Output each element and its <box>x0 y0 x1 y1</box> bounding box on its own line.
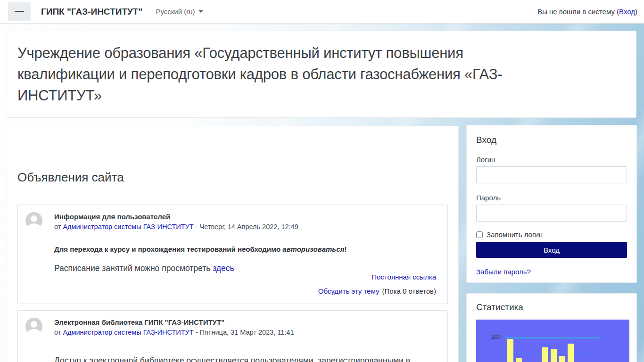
login-status-text: Вы не вошли в систему ( <box>537 8 619 16</box>
post-body: Доступ к электронной библиотеке осуществ… <box>54 354 440 362</box>
password-input[interactable] <box>476 205 627 222</box>
login-status: Вы не вошли в систему (Вход) <box>537 8 637 16</box>
post-meta: от Администратор системы ГАЗ-ИНСТИТУТ - … <box>54 223 298 230</box>
post-date: - Пятница, 31 Март 2023, 11:41 <box>196 329 294 336</box>
post-date: - Четверг, 14 Апрель 2022, 12:49 <box>196 223 298 230</box>
permalink-row: Постоянная ссылка <box>372 273 436 281</box>
permalink-link[interactable]: Постоянная ссылка <box>372 273 436 281</box>
login-heading: Вход <box>476 135 627 145</box>
password-label: Пароль <box>476 194 627 202</box>
chart-bar <box>568 344 574 362</box>
stats-chart: 200 <box>476 320 629 362</box>
remember-login-row: Запомнить логин <box>476 230 627 239</box>
post-title: Информация для пользователей <box>54 212 298 221</box>
post-body: Для перехода к курсу и прохождения тести… <box>54 245 440 273</box>
author-link[interactable]: Администратор системы ГАЗ-ИНСТИТУТ <box>63 223 193 230</box>
post-header: Электронная библиотека ГИПК "ГАЗ-ИНСТИТУ… <box>25 318 440 336</box>
site-header-card: Учреждение образования «Государственный … <box>7 31 636 118</box>
chart-bar <box>542 347 548 362</box>
post-meta: от Администратор системы ГАЗ-ИНСТИТУТ - … <box>54 329 294 336</box>
chart-bar <box>507 339 513 362</box>
chart-bar <box>516 358 522 362</box>
remember-login-checkbox[interactable] <box>476 231 483 238</box>
site-name: ГИПК "ГАЗ-ИНСТИТУТ" <box>41 7 142 17</box>
avatar[interactable] <box>25 212 42 229</box>
chart-tick-label: 200 <box>488 334 501 340</box>
login-block: Вход Логин Пароль Запомнить логин Вход З… <box>466 125 637 283</box>
username-label: Логин <box>476 156 627 164</box>
chart-gridline <box>505 337 600 338</box>
page-title: Учреждение образования «Государственный … <box>17 42 545 106</box>
avatar[interactable] <box>25 318 42 335</box>
language-dropdown[interactable]: Русский (ru) <box>156 8 203 16</box>
post-header-text: Электронная библиотека ГИПК "ГАЗ-ИНСТИТУ… <box>54 318 294 336</box>
post-header-text: Информация для пользователей от Админист… <box>54 212 298 230</box>
author-link[interactable]: Администратор системы ГАЗ-ИНСТИТУТ <box>63 329 193 336</box>
chart-bar <box>551 349 557 362</box>
by-label: от <box>54 329 61 336</box>
top-navbar: ГИПК "ГАЗ-ИНСТИТУТ" Русский (ru) Вы не в… <box>0 0 644 24</box>
post-text-italic: авторизоваться <box>282 245 344 253</box>
announcement-post: Электронная библиотека ГИПК "ГАЗ-ИНСТИТУ… <box>17 310 448 362</box>
post-text-bold: Для перехода к курсу и прохождения тести… <box>54 245 440 253</box>
forgot-password-link[interactable]: Забыли пароль? <box>476 268 531 276</box>
announcements-heading: Объявления сайта <box>17 170 448 185</box>
remember-login-label: Запомнить логин <box>487 230 543 239</box>
announcement-post: Информация для пользователей от Админист… <box>17 205 448 304</box>
hamburger-bar <box>15 11 24 12</box>
post-text: Расписание занятий можно просмотреть <box>54 263 213 273</box>
discuss-row: Обсудить эту тему(Пока 0 ответов) <box>318 287 436 295</box>
statistics-block: Статистика 200 <box>466 293 637 362</box>
discuss-link[interactable]: Обсудить эту тему <box>318 287 380 295</box>
post-text-schedule: Расписание занятий можно просмотреть зде… <box>54 263 440 273</box>
chart-bar <box>559 356 565 362</box>
statistics-heading: Статистика <box>476 302 628 313</box>
login-submit-button[interactable]: Вход <box>476 242 627 258</box>
login-link[interactable]: Вход <box>619 8 635 16</box>
username-input[interactable] <box>476 166 627 183</box>
language-label: Русский (ru) <box>156 8 195 16</box>
login-status-text-suffix: ) <box>635 8 637 16</box>
post-text: Доступ к электронной библиотеке осуществ… <box>54 356 410 362</box>
replies-count: (Пока 0 ответов) <box>382 287 436 295</box>
post-header: Информация для пользователей от Админист… <box>25 212 440 230</box>
post-text: Для перехода к курсу и прохождения тести… <box>54 245 282 253</box>
hamburger-menu-icon[interactable] <box>8 2 31 21</box>
chevron-down-icon <box>198 10 203 13</box>
post-text-suffix: ! <box>344 245 347 253</box>
main-content-card: Объявления сайта Информация для пользова… <box>7 126 459 362</box>
post-title: Электронная библиотека ГИПК "ГАЗ-ИНСТИТУ… <box>54 318 294 326</box>
schedule-link[interactable]: здесь <box>213 263 234 273</box>
stats-chart-plot <box>505 320 600 362</box>
by-label: от <box>54 223 61 230</box>
